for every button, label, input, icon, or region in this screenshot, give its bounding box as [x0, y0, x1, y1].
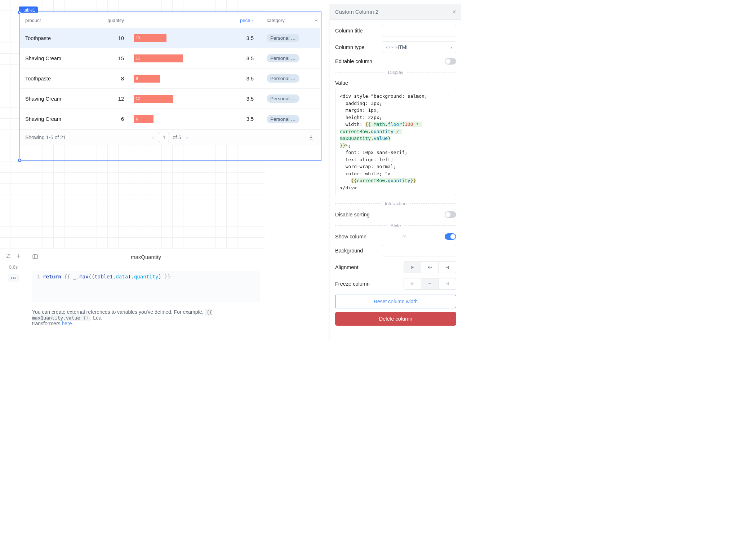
- table-row[interactable]: Shaving Cream12123.5Personal …: [20, 89, 320, 109]
- cell-price: 3.5: [204, 35, 262, 41]
- cell-category: Personal …: [262, 54, 320, 62]
- cell-quantity: 6: [96, 116, 132, 122]
- code-editor[interactable]: 1 return {{ _.max((table1.data).quantity…: [32, 271, 260, 302]
- cell-quantity: 15: [96, 56, 132, 61]
- cell-price: 3.5: [204, 96, 262, 102]
- code-header: maxQuantity: [27, 249, 265, 265]
- pager-prev-icon[interactable]: ‹: [151, 135, 155, 140]
- latency-text: 0.6s: [9, 264, 18, 270]
- editable-toggle[interactable]: [445, 58, 456, 65]
- cell-category: Personal …: [262, 74, 320, 83]
- freeze-left-button[interactable]: [404, 278, 421, 289]
- column-header-extra: R: [315, 18, 318, 23]
- code-line-number: 1: [36, 274, 43, 299]
- more-icon[interactable]: •••: [8, 274, 19, 282]
- column-type-select[interactable]: </> HTML ▾: [382, 41, 456, 53]
- reset-width-button[interactable]: Reset column width: [335, 295, 456, 308]
- svg-point-0: [9, 254, 10, 255]
- pager-of-text: of 5: [173, 135, 181, 140]
- cell-quantity: 8: [96, 76, 132, 82]
- cell-custom: 6: [132, 115, 204, 123]
- table-footer: Showing 1-5 of 21 ‹ of 5 ›: [20, 129, 320, 145]
- disable-sorting-label: Disable sorting: [335, 212, 370, 217]
- column-title-input[interactable]: [382, 25, 456, 36]
- cell-custom: 10: [132, 34, 204, 42]
- inspector-panel: Custom Column 2 × Column title Column ty…: [330, 4, 461, 341]
- pager-next-icon[interactable]: ›: [185, 135, 189, 140]
- sort-asc-icon: ↑: [252, 18, 254, 23]
- table-row[interactable]: Toothpaste10103.5Personal …: [20, 28, 320, 48]
- cell-custom: 12: [132, 95, 204, 103]
- help-link[interactable]: here: [62, 321, 72, 326]
- cell-quantity: 12: [96, 96, 132, 102]
- close-icon[interactable]: ×: [452, 9, 456, 15]
- inspector-title: Custom Column 2: [335, 9, 378, 15]
- alignment-label: Alignment: [335, 264, 382, 270]
- freeze-label: Freeze column: [335, 281, 382, 287]
- delete-column-button[interactable]: Delete column: [335, 312, 456, 326]
- cell-category: Personal …: [262, 115, 320, 123]
- table-row[interactable]: Shaving Cream15153.5Personal …: [20, 48, 320, 69]
- canvas[interactable]: table1 product quantity price↑ category …: [0, 0, 265, 249]
- download-icon[interactable]: [307, 133, 315, 141]
- fx-icon[interactable]: fx: [403, 234, 406, 239]
- table: product quantity price↑ category R Tooth…: [20, 13, 320, 145]
- background-input[interactable]: [382, 245, 456, 256]
- cell-product: Toothpaste: [20, 35, 96, 41]
- svg-point-1: [7, 257, 8, 258]
- cell-price: 3.5: [204, 56, 262, 61]
- table-row[interactable]: Toothpaste883.5Personal …: [20, 69, 320, 89]
- settings-sliders-icon[interactable]: [5, 253, 12, 259]
- value-code-editor[interactable]: <div style="background: salmon; padding:…: [335, 89, 456, 195]
- column-title-label: Column title: [335, 28, 382, 34]
- interaction-separator: Interaction: [335, 201, 456, 206]
- cell-product: Shaving Cream: [20, 56, 96, 61]
- pager: ‹ of 5 ›: [151, 133, 189, 142]
- cell-price: 3.5: [204, 76, 262, 82]
- cell-category: Personal …: [262, 94, 320, 103]
- editable-label: Editable column: [335, 58, 382, 64]
- code-side: 0.6s •••: [0, 249, 27, 341]
- cell-product: Toothpaste: [20, 76, 96, 82]
- alignment-segment: [404, 261, 456, 273]
- display-separator: Display: [335, 70, 456, 75]
- style-separator: Style: [335, 223, 456, 228]
- cell-custom: 15: [132, 54, 204, 62]
- freeze-none-button[interactable]: [421, 278, 439, 289]
- disable-sorting-toggle[interactable]: [445, 211, 456, 218]
- inspector-header: Custom Column 2 ×: [330, 4, 461, 20]
- column-type-label: Column type: [335, 44, 382, 50]
- show-column-label: Show column: [335, 234, 366, 239]
- table-row[interactable]: Shaving Cream663.5Personal …: [20, 109, 320, 129]
- table-header: product quantity price↑ category R: [20, 13, 320, 28]
- table-showing-text: Showing 1-5 of 21: [25, 135, 66, 140]
- cell-price: 3.5: [204, 116, 262, 122]
- column-header-quantity[interactable]: quantity: [96, 18, 132, 23]
- code-panel: 0.6s ••• maxQuantity 1 return {{ _.max((…: [0, 249, 265, 341]
- selection-handle-bl[interactable]: [18, 159, 21, 162]
- code-help-text: You can create external references to va…: [27, 308, 265, 331]
- transformer-title: maxQuantity: [131, 254, 161, 260]
- cell-custom: 8: [132, 75, 204, 83]
- align-center-button[interactable]: [421, 262, 439, 273]
- cell-product: Shaving Cream: [20, 116, 96, 122]
- column-header-product[interactable]: product: [20, 18, 96, 23]
- cell-category: Personal …: [262, 34, 320, 42]
- align-right-button[interactable]: [439, 262, 456, 273]
- table-body: Toothpaste10103.5Personal …Shaving Cream…: [20, 28, 320, 129]
- value-label: Value: [335, 80, 456, 86]
- column-header-category[interactable]: category R: [262, 18, 320, 23]
- align-left-button[interactable]: [404, 262, 421, 273]
- freeze-right-button[interactable]: [439, 278, 456, 289]
- panel-layout-icon[interactable]: [32, 254, 38, 261]
- chevron-down-icon: ▾: [450, 45, 452, 49]
- code-line: return {{ _.max((table1.data).quantity) …: [43, 274, 170, 299]
- cell-product: Shaving Cream: [20, 96, 96, 102]
- add-icon[interactable]: [15, 253, 22, 259]
- show-column-toggle[interactable]: [445, 233, 456, 240]
- html-type-icon: </>: [386, 45, 393, 50]
- column-header-price[interactable]: price↑: [204, 18, 262, 23]
- cell-quantity: 10: [96, 35, 132, 41]
- freeze-segment: [404, 278, 456, 290]
- pager-page-input[interactable]: [159, 133, 169, 142]
